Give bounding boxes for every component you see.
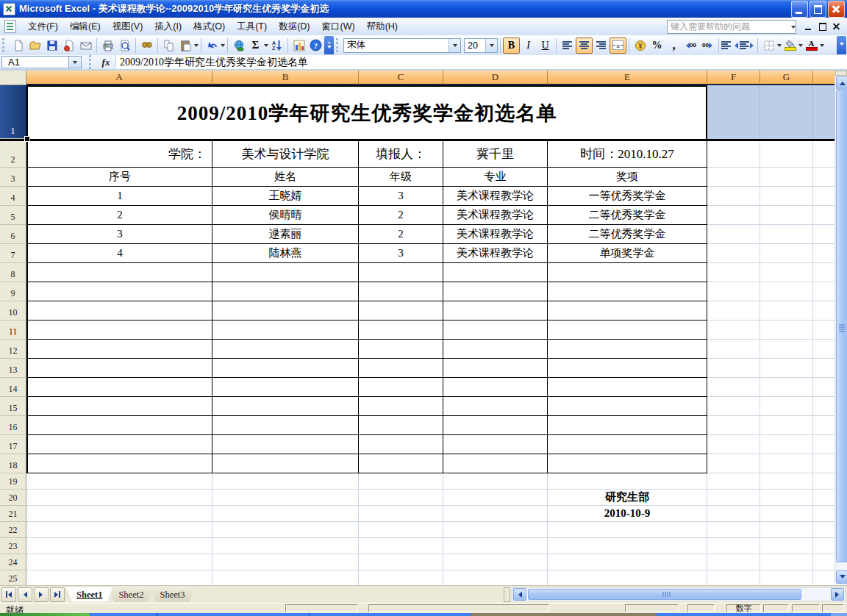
percent-button[interactable]: %	[648, 37, 665, 54]
grid-cell[interactable]	[813, 522, 835, 538]
grid-cell[interactable]	[813, 490, 835, 506]
row-header[interactable]: 3	[0, 168, 26, 187]
cell-reporter[interactable]: 冀千里	[443, 141, 548, 168]
grid-cell[interactable]	[359, 397, 443, 416]
cell-seq[interactable]: 4	[26, 244, 212, 263]
grid-cell[interactable]	[26, 397, 212, 416]
cell-award[interactable]: 一等优秀奖学金	[548, 187, 707, 206]
cell-college-label[interactable]: 学院：	[26, 141, 212, 168]
grid-cell[interactable]	[359, 263, 443, 282]
grid-cell[interactable]	[212, 435, 359, 454]
scroll-down-button[interactable]	[836, 570, 847, 584]
cell-award[interactable]: 单项奖学金	[548, 244, 707, 263]
row-header[interactable]: 22	[0, 522, 26, 538]
grid-cell[interactable]	[707, 378, 760, 397]
row-header[interactable]: 15	[0, 397, 26, 416]
grid-cell[interactable]	[760, 416, 813, 435]
grid-cell[interactable]	[760, 454, 813, 473]
cell-seq[interactable]: 2	[26, 206, 212, 225]
grid-cell[interactable]	[813, 301, 835, 320]
grid-cell[interactable]	[212, 473, 359, 490]
help-question-input[interactable]: 键入需要帮助的问题	[667, 20, 796, 34]
cell-time[interactable]: 时间：2010.10.27	[548, 141, 707, 168]
sort-ascending-button[interactable]: A Z	[268, 37, 285, 54]
hyperlink-button[interactable]	[230, 37, 247, 54]
increase-indent-button[interactable]	[738, 37, 755, 54]
grid-cell[interactable]	[707, 416, 760, 435]
menu-format[interactable]: 格式(O)	[187, 18, 231, 35]
grid-cell[interactable]	[359, 359, 443, 378]
grid-cell[interactable]	[443, 340, 548, 359]
grid-cell[interactable]	[707, 141, 760, 168]
grid-cell[interactable]	[443, 435, 548, 454]
grid-cell[interactable]	[813, 435, 835, 454]
col-header-c[interactable]: C	[359, 71, 443, 85]
grid-cell[interactable]	[813, 359, 835, 378]
grid-cell[interactable]	[212, 522, 359, 538]
cell-header[interactable]: 年级	[359, 168, 443, 187]
grid-cell[interactable]	[813, 85, 835, 139]
grid-cell[interactable]	[26, 522, 212, 538]
grid-cell[interactable]	[443, 570, 548, 585]
grid-cell[interactable]	[760, 320, 813, 340]
grid-cell[interactable]	[813, 397, 835, 416]
cell-grade[interactable]: 3	[359, 244, 443, 263]
cell-header[interactable]: 奖项	[548, 168, 707, 187]
grid-cell[interactable]	[707, 570, 760, 585]
menu-window[interactable]: 窗口(W)	[316, 18, 361, 35]
cell-footer-date[interactable]: 2010-10-9	[548, 506, 707, 522]
grid-cell[interactable]	[813, 506, 835, 522]
grid-cell[interactable]	[813, 282, 835, 301]
first-sheet-button[interactable]	[1, 587, 16, 602]
cell-major[interactable]: 美术课程教学论	[443, 206, 548, 225]
decrease-indent-button[interactable]	[721, 37, 738, 54]
row-header[interactable]: 17	[0, 435, 26, 454]
grid-cell[interactable]	[813, 320, 835, 340]
cell-a1-title[interactable]: 2009/2010学年研究生优秀奖学金初选名单	[26, 85, 707, 139]
row-header[interactable]: 4	[0, 187, 26, 206]
grid-cell[interactable]	[707, 473, 760, 490]
grid-cell[interactable]	[359, 416, 443, 435]
align-center-button[interactable]	[576, 37, 593, 54]
grid-cell[interactable]	[26, 570, 212, 585]
grid-cell[interactable]	[813, 244, 835, 263]
cell-name[interactable]: 侯晴晴	[212, 206, 359, 225]
chevron-down-icon[interactable]	[791, 26, 796, 31]
horizontal-scroll-thumb[interactable]	[528, 589, 801, 600]
cell-grade[interactable]: 2	[359, 225, 443, 244]
grid-cell[interactable]	[707, 244, 760, 263]
menu-tools[interactable]: 工具(T)	[231, 18, 273, 35]
cell-award[interactable]: 二等优秀奖学金	[548, 206, 707, 225]
grid-cell[interactable]	[359, 454, 443, 473]
row-header[interactable]: 20	[0, 490, 26, 506]
undo-dropdown-icon[interactable]	[221, 44, 225, 49]
new-button[interactable]	[10, 37, 26, 54]
search-button[interactable]	[138, 37, 155, 54]
save-button[interactable]	[43, 37, 60, 54]
col-header-f[interactable]: F	[707, 71, 760, 85]
open-button[interactable]	[26, 37, 43, 54]
grid-cell[interactable]	[760, 282, 813, 301]
row-header[interactable]: 2	[0, 141, 26, 168]
grid-cell[interactable]	[760, 225, 813, 244]
grid-cell[interactable]	[707, 454, 760, 473]
menu-data[interactable]: 数据(D)	[273, 18, 315, 35]
grid-cell[interactable]	[707, 340, 760, 359]
toolbar-drag-handle[interactable]	[336, 38, 340, 52]
cell-college[interactable]: 美术与设计学院	[212, 141, 359, 168]
grid-cell[interactable]	[443, 473, 548, 490]
italic-button[interactable]: I	[520, 37, 537, 54]
grid-cell[interactable]	[443, 538, 548, 554]
grid-cell[interactable]	[813, 554, 835, 570]
cell-department[interactable]: 研究生部	[548, 490, 707, 506]
print-button[interactable]	[99, 37, 116, 54]
grid-cell[interactable]	[707, 187, 760, 206]
toolbar-options-chevron[interactable]	[837, 36, 846, 54]
grid-cell[interactable]	[813, 187, 835, 206]
grid-cell[interactable]	[760, 522, 813, 538]
grid-cell[interactable]	[443, 378, 548, 397]
grid-cell[interactable]	[26, 416, 212, 435]
font-name-combo[interactable]: 宋体	[343, 38, 461, 53]
grid-cell[interactable]	[212, 538, 359, 554]
fill-color-button[interactable]	[782, 37, 798, 54]
